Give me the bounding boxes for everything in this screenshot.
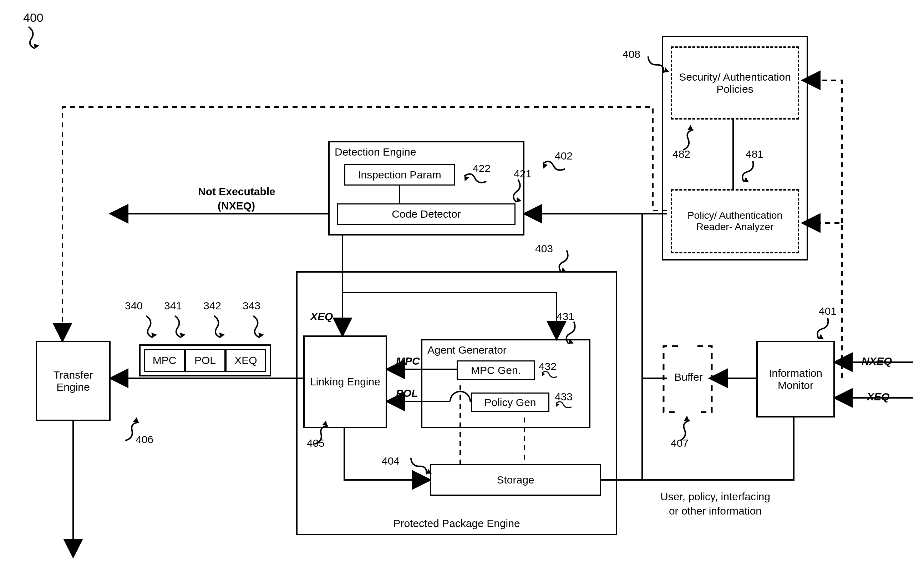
- policy-gen-block: Policy Gen: [471, 393, 550, 412]
- buffer-label: Buffer: [663, 371, 713, 384]
- protected-package-engine-title: Protected Package Engine: [296, 518, 617, 530]
- ref-343-pointer: [250, 314, 275, 339]
- policy-gen-label: Policy Gen: [472, 396, 548, 409]
- ref-341-pointer: [171, 314, 196, 339]
- ref-403: 403: [535, 242, 553, 255]
- policy-reader-analyzer-label: Policy/ Authentication Reader- Analyzer: [672, 210, 798, 233]
- rack-pol-label: POL: [186, 354, 224, 367]
- edge-not-executable-1: Not Executable: [198, 185, 275, 198]
- rack-cell-xeq: XEQ: [225, 349, 266, 372]
- ref-342: 342: [203, 300, 221, 312]
- edge-pol: POL: [396, 387, 418, 399]
- figure-ref-pointer: [25, 25, 50, 50]
- rack-xeq-label: XEQ: [227, 354, 265, 367]
- transfer-engine-label: Transfer Engine: [37, 369, 109, 393]
- ref-404: 404: [382, 455, 399, 468]
- ref-402: 402: [555, 150, 573, 162]
- ref-343: 343: [242, 300, 261, 312]
- mpc-gen-block: MPC Gen.: [457, 361, 535, 380]
- ref-432: 432: [539, 361, 556, 373]
- mpc-gen-label: MPC Gen.: [458, 364, 534, 376]
- ref-482: 482: [672, 148, 690, 160]
- security-auth-policies-block: Security/ Authentication Policies: [671, 47, 799, 120]
- user-note-2: or other information: [638, 505, 792, 518]
- ref-421: 421: [514, 168, 531, 180]
- ref-406: 406: [135, 434, 154, 446]
- security-auth-policies-label: Security/ Authentication Policies: [672, 71, 798, 95]
- information-monitor-label: Information Monitor: [758, 367, 833, 392]
- edge-nxeq-in: NXEQ: [862, 355, 892, 368]
- storage-label: Storage: [431, 474, 600, 486]
- rack-cell-pol: POL: [185, 349, 225, 372]
- figure-ref: 400: [23, 11, 43, 25]
- ref-341: 341: [164, 300, 182, 312]
- code-detector-block: Code Detector: [337, 204, 516, 225]
- code-detector-label: Code Detector: [338, 208, 514, 220]
- ref-431: 431: [556, 311, 575, 323]
- transfer-engine-block: Transfer Engine: [36, 341, 110, 421]
- rack-cell-mpc: MPC: [144, 349, 185, 372]
- ref-422: 422: [473, 162, 491, 175]
- ref-340: 340: [125, 300, 143, 312]
- inspection-param-block: Inspection Param: [344, 164, 455, 185]
- ref-342-pointer: [211, 314, 236, 339]
- edge-mpc: MPC: [396, 355, 420, 368]
- detection-engine-title: Detection Engine: [335, 146, 416, 158]
- agent-generator-title: Agent Generator: [427, 344, 506, 356]
- linking-engine-block: Linking Engine: [303, 336, 387, 428]
- diagram-stage: 400 Transfer Engine Not Executable (NXEQ…: [0, 0, 924, 572]
- linking-engine-label: Linking Engine: [305, 376, 386, 388]
- policy-reader-analyzer-block: Policy/ Authentication Reader- Analyzer: [671, 189, 799, 253]
- ref-408: 408: [623, 48, 640, 61]
- ref-401: 401: [819, 305, 837, 317]
- inspection-param-label: Inspection Param: [345, 169, 454, 181]
- information-monitor-block: Information Monitor: [756, 341, 835, 418]
- ref-405: 405: [307, 437, 325, 449]
- agent-generator-block: Agent Generator: [421, 339, 590, 428]
- edge-xeq-into-linking: XEQ: [311, 311, 333, 323]
- edge-not-executable-2: (NXEQ): [217, 200, 255, 212]
- storage-block: Storage: [430, 464, 601, 496]
- ref-433: 433: [555, 391, 573, 403]
- ref-481: 481: [745, 148, 764, 160]
- ref-407: 407: [671, 437, 688, 449]
- rack-mpc-label: MPC: [145, 354, 184, 367]
- edge-xeq-in: XEQ: [867, 391, 890, 403]
- user-note-1: User, policy, interfacing: [638, 491, 792, 503]
- ref-340-pointer: [143, 314, 168, 339]
